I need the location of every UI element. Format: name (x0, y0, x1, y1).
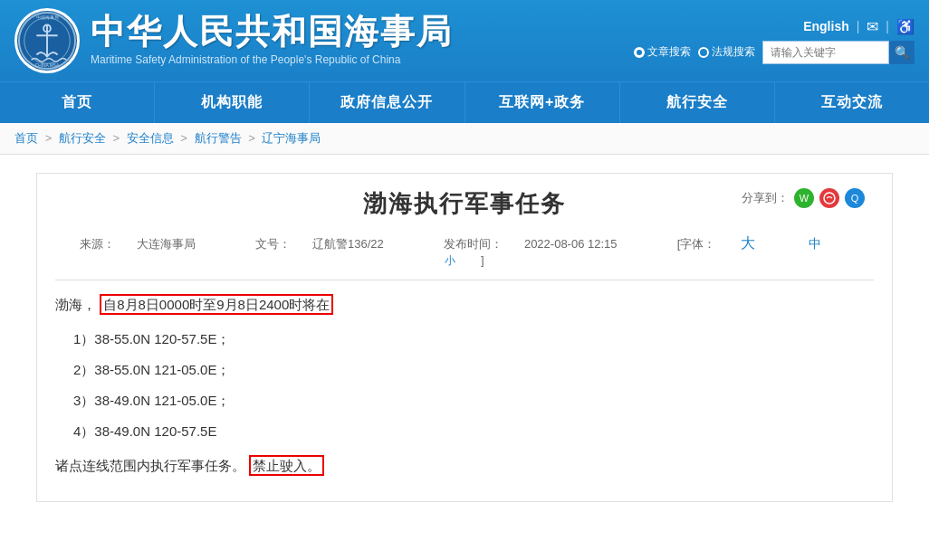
nav-navigation-safety[interactable]: 航行安全 (620, 82, 775, 123)
search-box: 🔍 (762, 41, 915, 64)
radio-article-label: 文章搜索 (647, 44, 691, 60)
breadcrumb-nav-warning[interactable]: 航行警告 (195, 131, 242, 145)
font-label: [字体： (677, 237, 716, 251)
share-weibo-icon[interactable] (819, 188, 839, 208)
header-right: English | ✉ | ♿ 文章搜索 法规搜索 (634, 18, 915, 64)
nav-organization[interactable]: 机构职能 (155, 82, 310, 123)
article-intro-para: 渤海， 自8月8日0000时至9月8日2400时将在 (55, 291, 874, 318)
svg-text:中国海事局: 中国海事局 (36, 14, 59, 20)
font-medium-btn[interactable]: 中 (809, 236, 821, 251)
meta-gap3 (642, 237, 652, 251)
search-button[interactable]: 🔍 (889, 41, 915, 64)
nav-home[interactable]: 首页 (0, 82, 155, 123)
divider1: | (857, 19, 860, 33)
doc-no-value: 辽航警136/22 (312, 237, 384, 251)
article-meta: 来源：大连海事局 文号：辽航警136/22 发布时间：2022-08-06 12… (55, 234, 874, 280)
font-large-btn[interactable]: 大 (741, 235, 755, 251)
share-qq-icon[interactable]: Q (845, 188, 865, 208)
logo-emblem: CHINA MSA 中国海事局 (14, 8, 80, 73)
svg-point-7 (824, 193, 835, 204)
nav-bar: 首页 机构职能 政府信息公开 互联网+政务 航行安全 互动交流 (0, 81, 929, 123)
nav-interaction[interactable]: 互动交流 (775, 82, 929, 123)
share-wechat-icon[interactable]: W (794, 188, 814, 208)
logo-area: CHINA MSA 中国海事局 中华人民共和国海事局 Maritime Safe… (14, 8, 634, 73)
site-title-area: 中华人民共和国海事局 Maritime Safety Administratio… (91, 14, 453, 67)
coord-2: 2）38-55.0N 121-05.0E； (73, 356, 874, 384)
header: CHINA MSA 中国海事局 中华人民共和国海事局 Maritime Safe… (0, 0, 929, 81)
search-area: 文章搜索 法规搜索 🔍 (634, 41, 915, 64)
radio-law[interactable]: 法规搜索 (698, 44, 755, 60)
conclusion-text: 诸点连线范围内执行军事任务。 (55, 458, 245, 473)
coord-3: 3）38-49.0N 121-05.0E； (73, 387, 874, 414)
search-input[interactable] (762, 41, 889, 64)
font-end: ] (481, 253, 484, 267)
font-sep1 (781, 237, 784, 251)
meta-gap1 (221, 237, 231, 251)
site-title-en: Maritime Safety Administration of the Pe… (91, 53, 453, 68)
sep4: > (248, 131, 258, 145)
header-links: English | ✉ | ♿ (803, 18, 915, 35)
sep3: > (180, 131, 190, 145)
main-content: 分享到： W Q 渤海执行军事任务 来源：大连海事局 文号：辽航警136/22 … (0, 155, 929, 520)
article-conclusion-para: 诸点连线范围内执行军事任务。 禁止驶入。 (55, 452, 874, 479)
coord-4: 4）38-49.0N 120-57.5E (73, 418, 874, 445)
breadcrumb-safety-info[interactable]: 安全信息 (127, 131, 174, 145)
svg-text:CHINA MSA: CHINA MSA (35, 63, 60, 68)
article-body: 渤海， 自8月8日0000时至9月8日2400时将在 1）38-55.0N 12… (55, 291, 874, 479)
mail-icon[interactable]: ✉ (867, 18, 878, 35)
doc-no-label: 文号： (255, 237, 291, 251)
sep2: > (112, 131, 122, 145)
font-sep2 (846, 237, 849, 251)
radio-dot-article (634, 47, 645, 58)
nav-government-info[interactable]: 政府信息公开 (310, 82, 464, 123)
breadcrumb: 首页 > 航行安全 > 安全信息 > 航行警告 > 辽宁海事局 (0, 123, 929, 155)
radio-dot-law (698, 47, 709, 58)
radio-law-label: 法规搜索 (712, 44, 755, 60)
share-label: 分享到： (742, 190, 789, 206)
radio-group: 文章搜索 法规搜索 (634, 44, 755, 60)
english-link[interactable]: English (803, 19, 849, 33)
breadcrumb-home[interactable]: 首页 (14, 131, 38, 145)
publish-time-value: 2022-08-06 12:15 (524, 237, 618, 251)
nav-internet-gov[interactable]: 互联网+政务 (465, 82, 620, 123)
breadcrumb-liaoning-msa[interactable]: 辽宁海事局 (262, 131, 321, 145)
accessibility-icon[interactable]: ♿ (896, 18, 915, 35)
meta-gap2 (408, 237, 418, 251)
share-area: 分享到： W Q (742, 188, 865, 208)
source-value: 大连海事局 (137, 237, 196, 251)
source-label: 来源： (80, 237, 115, 251)
article-intro-text: 渤海， (55, 297, 96, 312)
coord-1: 1）38-55.0N 120-57.5E； (73, 326, 874, 353)
publish-label: 发布时间： (444, 237, 503, 251)
sep1: > (45, 131, 55, 145)
breadcrumb-nav-safety[interactable]: 航行安全 (59, 131, 106, 145)
article-container: 分享到： W Q 渤海执行军事任务 来源：大连海事局 文号：辽航警136/22 … (36, 173, 893, 502)
radio-article[interactable]: 文章搜索 (634, 44, 691, 60)
site-title-cn: 中华人民共和国海事局 (91, 14, 453, 52)
article-highlight1: 自8月8日0000时至9月8日2400时将在 (100, 294, 333, 315)
divider2: | (886, 19, 889, 33)
font-small-btn[interactable]: 小 (445, 254, 455, 267)
article-highlight2: 禁止驶入。 (249, 455, 324, 476)
